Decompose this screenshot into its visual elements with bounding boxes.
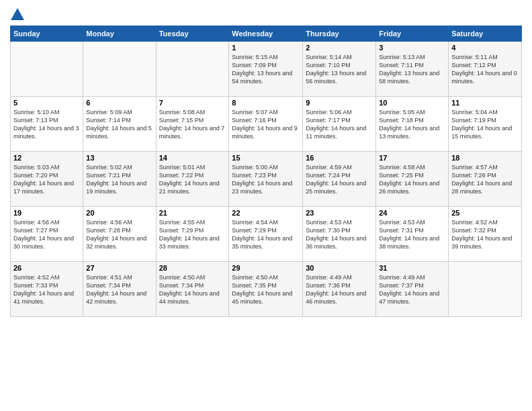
day-number: 21: [159, 209, 226, 217]
calendar-week-4: 19Sunrise: 4:56 AMSunset: 7:27 PMDayligh…: [11, 206, 522, 261]
day-info: Sunrise: 5:10 AMSunset: 7:13 PMDaylight:…: [13, 108, 80, 141]
day-info: Sunrise: 4:53 AMSunset: 7:30 PMDaylight:…: [306, 218, 373, 251]
calendar-cell: 12Sunrise: 5:03 AMSunset: 7:20 PMDayligh…: [11, 151, 83, 206]
calendar-cell: 17Sunrise: 4:58 AMSunset: 7:25 PMDayligh…: [376, 151, 449, 206]
calendar-cell: 28Sunrise: 4:50 AMSunset: 7:34 PMDayligh…: [156, 261, 229, 316]
weekday-header-monday: Monday: [83, 26, 156, 41]
logo-triangle-icon: [11, 8, 24, 20]
day-info: Sunrise: 4:58 AMSunset: 7:25 PMDaylight:…: [379, 163, 445, 196]
calendar-week-2: 5Sunrise: 5:10 AMSunset: 7:13 PMDaylight…: [11, 96, 522, 151]
calendar-cell: 19Sunrise: 4:56 AMSunset: 7:27 PMDayligh…: [11, 206, 83, 261]
day-info: Sunrise: 4:52 AMSunset: 7:33 PMDaylight:…: [13, 273, 80, 306]
day-number: 6: [86, 99, 152, 107]
day-info: Sunrise: 5:08 AMSunset: 7:15 PMDaylight:…: [159, 108, 226, 141]
calendar-cell: 14Sunrise: 5:01 AMSunset: 7:22 PMDayligh…: [156, 151, 229, 206]
day-number: 9: [306, 99, 373, 107]
day-number: 19: [13, 209, 80, 217]
day-number: 20: [86, 209, 152, 217]
calendar-cell: 16Sunrise: 4:59 AMSunset: 7:24 PMDayligh…: [303, 151, 376, 206]
day-number: 29: [232, 264, 300, 272]
calendar-cell: 27Sunrise: 4:51 AMSunset: 7:34 PMDayligh…: [83, 261, 156, 316]
day-number: 18: [451, 154, 519, 162]
calendar-cell: 22Sunrise: 4:54 AMSunset: 7:29 PMDayligh…: [229, 206, 303, 261]
day-number: 22: [232, 209, 300, 217]
day-info: Sunrise: 5:02 AMSunset: 7:21 PMDaylight:…: [86, 163, 152, 196]
day-info: Sunrise: 5:15 AMSunset: 7:09 PMDaylight:…: [232, 53, 300, 86]
day-info: Sunrise: 4:57 AMSunset: 7:26 PMDaylight:…: [451, 163, 519, 196]
day-info: Sunrise: 4:59 AMSunset: 7:24 PMDaylight:…: [306, 163, 373, 196]
header: [10, 7, 522, 20]
day-info: Sunrise: 4:56 AMSunset: 7:27 PMDaylight:…: [13, 218, 80, 251]
calendar-cell: [83, 41, 156, 96]
day-number: 10: [379, 99, 445, 107]
weekday-header-tuesday: Tuesday: [156, 26, 229, 41]
day-info: Sunrise: 4:55 AMSunset: 7:29 PMDaylight:…: [159, 218, 226, 251]
day-info: Sunrise: 5:13 AMSunset: 7:11 PMDaylight:…: [379, 53, 445, 86]
day-info: Sunrise: 5:11 AMSunset: 7:12 PMDaylight:…: [451, 53, 519, 86]
weekday-header-friday: Friday: [376, 26, 449, 41]
day-number: 3: [379, 44, 445, 52]
day-number: 11: [451, 99, 519, 107]
weekday-header-saturday: Saturday: [449, 26, 522, 41]
day-info: Sunrise: 4:49 AMSunset: 7:37 PMDaylight:…: [379, 273, 445, 306]
calendar-cell: 9Sunrise: 5:06 AMSunset: 7:17 PMDaylight…: [303, 96, 376, 151]
day-info: Sunrise: 4:53 AMSunset: 7:31 PMDaylight:…: [379, 218, 445, 251]
day-info: Sunrise: 4:51 AMSunset: 7:34 PMDaylight:…: [86, 273, 152, 306]
weekday-header-wednesday: Wednesday: [229, 26, 303, 41]
calendar-cell: 21Sunrise: 4:55 AMSunset: 7:29 PMDayligh…: [156, 206, 229, 261]
calendar-cell: 24Sunrise: 4:53 AMSunset: 7:31 PMDayligh…: [376, 206, 449, 261]
day-number: 1: [232, 44, 300, 52]
calendar-cell: 23Sunrise: 4:53 AMSunset: 7:30 PMDayligh…: [303, 206, 376, 261]
calendar-cell: 3Sunrise: 5:13 AMSunset: 7:11 PMDaylight…: [376, 41, 449, 96]
calendar-table: SundayMondayTuesdayWednesdayThursdayFrid…: [10, 26, 522, 317]
day-info: Sunrise: 5:06 AMSunset: 7:17 PMDaylight:…: [306, 108, 373, 141]
day-info: Sunrise: 5:09 AMSunset: 7:14 PMDaylight:…: [86, 108, 152, 141]
day-number: 25: [451, 209, 519, 217]
day-number: 14: [159, 154, 226, 162]
calendar-header-row: SundayMondayTuesdayWednesdayThursdayFrid…: [11, 26, 522, 41]
calendar-week-3: 12Sunrise: 5:03 AMSunset: 7:20 PMDayligh…: [11, 151, 522, 206]
day-info: Sunrise: 4:50 AMSunset: 7:34 PMDaylight:…: [159, 273, 226, 306]
calendar-cell: 20Sunrise: 4:56 AMSunset: 7:28 PMDayligh…: [83, 206, 156, 261]
day-number: 28: [159, 264, 226, 272]
day-info: Sunrise: 5:00 AMSunset: 7:23 PMDaylight:…: [232, 163, 300, 196]
calendar-cell: 11Sunrise: 5:04 AMSunset: 7:19 PMDayligh…: [449, 96, 522, 151]
calendar-cell: 18Sunrise: 4:57 AMSunset: 7:26 PMDayligh…: [449, 151, 522, 206]
day-number: 13: [86, 154, 152, 162]
day-number: 16: [306, 154, 373, 162]
calendar-cell: 5Sunrise: 5:10 AMSunset: 7:13 PMDaylight…: [11, 96, 83, 151]
day-info: Sunrise: 4:56 AMSunset: 7:28 PMDaylight:…: [86, 218, 152, 251]
logo-text: [10, 7, 25, 20]
calendar-cell: 30Sunrise: 4:49 AMSunset: 7:36 PMDayligh…: [303, 261, 376, 316]
svg-marker-0: [11, 8, 24, 20]
day-info: Sunrise: 5:04 AMSunset: 7:19 PMDaylight:…: [451, 108, 519, 141]
calendar-cell: 8Sunrise: 5:07 AMSunset: 7:16 PMDaylight…: [229, 96, 303, 151]
calendar-cell: 1Sunrise: 5:15 AMSunset: 7:09 PMDaylight…: [229, 41, 303, 96]
day-number: 8: [232, 99, 300, 107]
day-number: 30: [306, 264, 373, 272]
weekday-header-sunday: Sunday: [11, 26, 83, 41]
calendar-cell: 31Sunrise: 4:49 AMSunset: 7:37 PMDayligh…: [376, 261, 449, 316]
day-number: 31: [379, 264, 445, 272]
logo-block: [10, 7, 25, 20]
calendar-cell: 10Sunrise: 5:05 AMSunset: 7:18 PMDayligh…: [376, 96, 449, 151]
calendar-cell: [156, 41, 229, 96]
day-info: Sunrise: 4:49 AMSunset: 7:36 PMDaylight:…: [306, 273, 373, 306]
day-info: Sunrise: 5:05 AMSunset: 7:18 PMDaylight:…: [379, 108, 445, 141]
day-number: 5: [13, 99, 80, 107]
calendar-cell: 2Sunrise: 5:14 AMSunset: 7:10 PMDaylight…: [303, 41, 376, 96]
calendar-week-5: 26Sunrise: 4:52 AMSunset: 7:33 PMDayligh…: [11, 261, 522, 316]
day-number: 2: [306, 44, 373, 52]
day-number: 12: [13, 154, 80, 162]
day-info: Sunrise: 4:54 AMSunset: 7:29 PMDaylight:…: [232, 218, 300, 251]
day-info: Sunrise: 4:52 AMSunset: 7:32 PMDaylight:…: [451, 218, 519, 251]
calendar-week-1: 1Sunrise: 5:15 AMSunset: 7:09 PMDaylight…: [11, 41, 522, 96]
calendar-cell: 15Sunrise: 5:00 AMSunset: 7:23 PMDayligh…: [229, 151, 303, 206]
calendar-cell: 29Sunrise: 4:50 AMSunset: 7:35 PMDayligh…: [229, 261, 303, 316]
day-number: 15: [232, 154, 300, 162]
calendar-cell: 26Sunrise: 4:52 AMSunset: 7:33 PMDayligh…: [11, 261, 83, 316]
day-number: 7: [159, 99, 226, 107]
page: SundayMondayTuesdayWednesdayThursdayFrid…: [0, 0, 532, 411]
day-info: Sunrise: 5:14 AMSunset: 7:10 PMDaylight:…: [306, 53, 373, 86]
day-number: 27: [86, 264, 152, 272]
